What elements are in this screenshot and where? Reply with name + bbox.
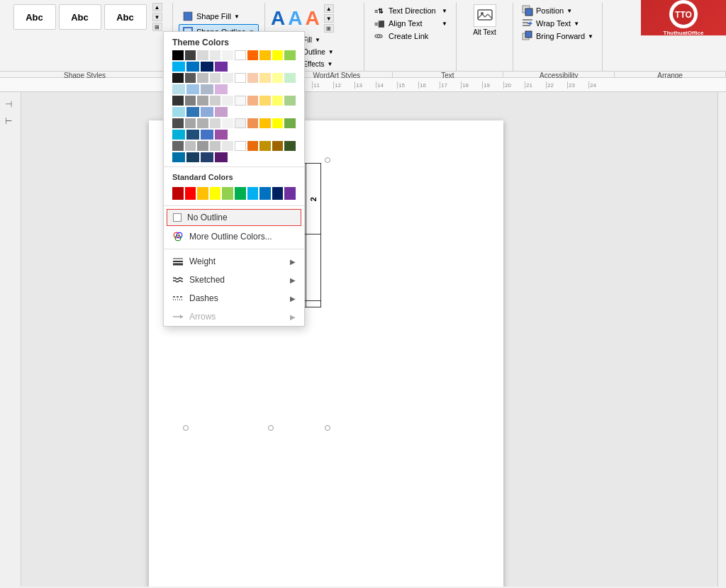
shade-5-3[interactable]: [197, 118, 208, 128]
shade-6-2[interactable]: [186, 130, 199, 140]
shade-2-4[interactable]: [215, 84, 228, 94]
shade-8-3[interactable]: [201, 152, 213, 162]
scroll-up-btn[interactable]: ▲: [152, 3, 162, 11]
theme-swatch-yellow[interactable]: [272, 50, 284, 60]
shade-7-3[interactable]: [197, 141, 208, 151]
theme-swatch-dark[interactable]: [185, 50, 196, 60]
alt-text-btn[interactable]: [474, 4, 496, 27]
shade-7-4[interactable]: [210, 141, 221, 151]
sketched-item[interactable]: Sketched ▶: [164, 271, 304, 289]
shade-5-8[interactable]: [259, 118, 271, 128]
canvas-area[interactable]: HỌ VÀ TÊN Trịnh Thanh Tâm STT 1 2: [21, 92, 717, 587]
shade-3-2[interactable]: [185, 96, 196, 106]
std-purple[interactable]: [284, 187, 296, 200]
std-yellow[interactable]: [210, 187, 221, 200]
shade-5-10[interactable]: [284, 118, 296, 128]
theme-swatch-gold[interactable]: [259, 50, 271, 60]
shade-1-5[interactable]: [222, 73, 233, 83]
shade-1-9[interactable]: [272, 73, 284, 83]
shade-1-4[interactable]: [210, 73, 221, 83]
wordart-scroll-more[interactable]: ⊞: [324, 24, 334, 33]
theme-swatch-gray2[interactable]: [210, 50, 221, 60]
handle-tr[interactable]: [325, 157, 330, 163]
shade-7-9[interactable]: [272, 141, 284, 151]
theme-swatch-green[interactable]: [284, 50, 296, 60]
shade-1-8[interactable]: [259, 73, 271, 83]
theme-swatch-gray3[interactable]: [222, 50, 233, 60]
shade-7-5[interactable]: [222, 141, 233, 151]
std-blue[interactable]: [259, 187, 271, 200]
shade-7-8[interactable]: [259, 141, 271, 151]
handle-br[interactable]: [325, 425, 330, 431]
shade-6-4[interactable]: [215, 130, 228, 140]
bring-forward-btn[interactable]: Bring Forward ▼: [519, 30, 596, 43]
shade-3-5[interactable]: [222, 96, 233, 106]
shape-style-btn-3[interactable]: Abc: [104, 4, 147, 30]
shape-fill-btn[interactable]: Shape Fill ▼: [179, 9, 259, 24]
shade-3-8[interactable]: [259, 96, 271, 106]
create-link-btn[interactable]: Create Link: [370, 30, 450, 43]
std-lightgreen[interactable]: [222, 187, 233, 200]
shade-4-1[interactable]: [172, 107, 185, 117]
dashes-item[interactable]: Dashes ▶: [164, 289, 304, 307]
shade-3-10[interactable]: [284, 96, 296, 106]
shade-4-2[interactable]: [186, 107, 199, 117]
shade-8-2[interactable]: [186, 152, 199, 162]
theme-swatch-black[interactable]: [172, 50, 184, 60]
arrows-item[interactable]: Arrows ▶: [164, 307, 304, 326]
handle-bm[interactable]: [268, 425, 274, 431]
shade-1-7[interactable]: [247, 73, 259, 83]
shade-7-6[interactable]: [235, 141, 246, 151]
shade-4-4[interactable]: [215, 107, 228, 117]
scroll-down-btn[interactable]: ▼: [152, 13, 162, 21]
std-green[interactable]: [235, 187, 246, 200]
shade-1-1[interactable]: [172, 73, 184, 83]
shade-7-1[interactable]: [172, 141, 184, 151]
theme-swatch-cyan[interactable]: [172, 62, 185, 72]
theme-swatch-purple[interactable]: [215, 62, 228, 72]
shade-3-6[interactable]: [235, 96, 246, 106]
shape-style-btn-2[interactable]: Abc: [59, 4, 101, 30]
shape-style-btn-1[interactable]: Abc: [13, 4, 56, 30]
std-red[interactable]: [185, 187, 196, 200]
shade-3-9[interactable]: [272, 96, 284, 106]
shade-5-4[interactable]: [210, 118, 221, 128]
std-darkblue[interactable]: [272, 187, 284, 200]
std-orange[interactable]: [197, 187, 208, 200]
shade-6-3[interactable]: [201, 130, 213, 140]
shade-8-1[interactable]: [172, 152, 185, 162]
handle-bl[interactable]: [183, 425, 189, 431]
theme-swatch-white[interactable]: [235, 50, 246, 60]
shade-3-4[interactable]: [210, 96, 221, 106]
weight-item[interactable]: Weight ▶: [164, 252, 304, 271]
vertical-scrollbar[interactable]: [717, 92, 726, 587]
align-text-btn[interactable]: ≡⬛ Align Text ▼: [370, 17, 450, 30]
shade-7-2[interactable]: [185, 141, 196, 151]
more-colors-item[interactable]: More Outline Colors...: [164, 227, 304, 246]
std-darkred[interactable]: [172, 187, 184, 200]
shade-2-3[interactable]: [201, 84, 213, 94]
shade-4-3[interactable]: [201, 107, 213, 117]
scroll-more-btn[interactable]: ⊞: [152, 23, 162, 31]
shade-5-6[interactable]: [235, 118, 246, 128]
shade-2-2[interactable]: [186, 84, 199, 94]
shade-1-10[interactable]: [284, 73, 296, 83]
shade-1-6[interactable]: [235, 73, 246, 83]
text-direction-btn[interactable]: ≡⇅ Text Direction ▼: [370, 4, 450, 17]
shade-5-7[interactable]: [247, 118, 259, 128]
std-lightblue[interactable]: [247, 187, 259, 200]
wordart-scroll-down[interactable]: ▼: [324, 14, 334, 23]
shade-6-1[interactable]: [172, 130, 185, 140]
shade-3-7[interactable]: [247, 96, 259, 106]
shade-7-7[interactable]: [247, 141, 259, 151]
shade-3-1[interactable]: [172, 96, 184, 106]
shade-5-9[interactable]: [272, 118, 284, 128]
theme-swatch-darkblue[interactable]: [201, 62, 213, 72]
theme-swatch-orange[interactable]: [247, 50, 259, 60]
theme-swatch-gray1[interactable]: [197, 50, 208, 60]
wrap-text-btn[interactable]: Wrap Text ▼: [519, 17, 596, 30]
shade-5-1[interactable]: [172, 118, 184, 128]
wordart-scroll-up[interactable]: ▲: [324, 4, 334, 13]
theme-swatch-blue[interactable]: [186, 62, 199, 72]
shade-5-2[interactable]: [185, 118, 196, 128]
